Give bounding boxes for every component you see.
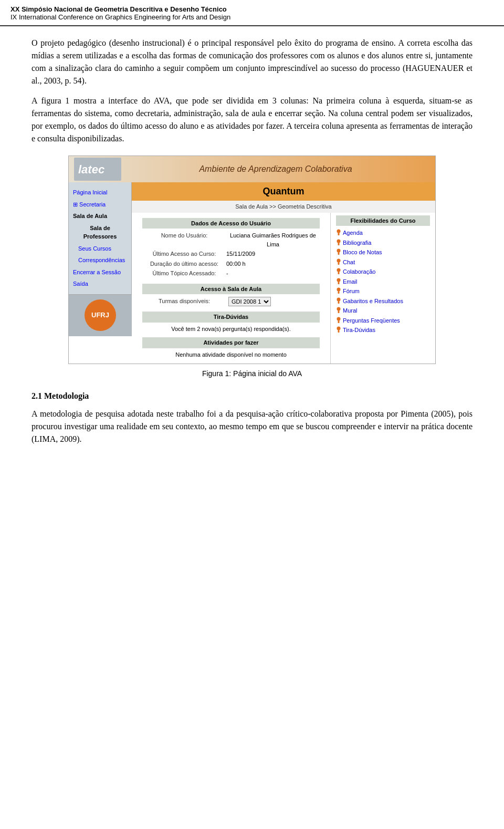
row-nome-value: Luciana Guimarães Rodrigues de Lima xyxy=(226,231,320,248)
section-atividades: Atividades por fazer Nenhuma atividade d… xyxy=(137,335,325,361)
main-content: O projeto pedagógico (desenho instrucion… xyxy=(0,26,504,463)
turmas-label: Turmas disponíveis: xyxy=(142,297,226,306)
ava-header: latec Ambiente de Aprendizagem Colaborat… xyxy=(69,156,435,182)
row-nome-label: Nome do Usuário: xyxy=(142,231,226,248)
section-dados-title: Dados de Acesso do Usuário xyxy=(142,218,320,229)
turmas-select-container: GDI 2008 1 xyxy=(228,297,271,306)
sidebar-item-sala-professores[interactable]: Sala de Professores xyxy=(69,222,131,243)
sidebar-item-sala-aula[interactable]: Sala de Aula xyxy=(69,210,131,222)
svg-rect-5 xyxy=(338,252,340,255)
svg-point-4 xyxy=(337,249,341,253)
svg-point-6 xyxy=(337,258,341,262)
section-2-1-heading: 2.1 Metodologia xyxy=(32,390,472,402)
svg-rect-7 xyxy=(338,262,340,265)
row-nome: Nome do Usuário: Luciana Guimarães Rodri… xyxy=(142,231,320,249)
ava-sidebar-container: Página Inicial ⊞ Secretaria Sala de Aula… xyxy=(69,182,132,364)
svg-rect-15 xyxy=(338,301,340,304)
svg-point-18 xyxy=(337,317,341,320)
atividades-title: Atividades por fazer xyxy=(142,337,320,348)
sidebar-item-secretaria[interactable]: ⊞ Secretaria xyxy=(69,199,131,211)
sidebar-item-seus-cursos[interactable]: Seus Cursos xyxy=(69,243,131,255)
conference-title-1: XX Simpósio Nacional de Geometria Descri… xyxy=(10,5,494,13)
turmas-select[interactable]: GDI 2008 1 xyxy=(228,297,271,306)
flexibilidades-title: Flexibilidades do Curso xyxy=(336,215,430,226)
svg-rect-19 xyxy=(338,320,340,323)
sidebar-item-saida[interactable]: Saída xyxy=(69,278,131,290)
ava-breadcrumb: Sala de Aula >> Geometria Descritiva xyxy=(132,201,435,213)
sidebar-item-encerrar[interactable]: Encerrar a Sessão xyxy=(69,266,131,278)
svg-rect-13 xyxy=(338,291,340,294)
key-icon-tira xyxy=(336,326,341,334)
svg-rect-21 xyxy=(338,330,340,333)
key-icon-chat xyxy=(336,258,341,266)
svg-rect-11 xyxy=(338,282,340,284)
ava-body: Página Inicial ⊞ Secretaria Sala de Aula… xyxy=(69,182,435,364)
section-dados-acesso: Dados de Acesso do Usuário Nome do Usuár… xyxy=(137,215,325,281)
paragraph-1: O projeto pedagógico (desenho instrucion… xyxy=(32,37,472,87)
svg-rect-1 xyxy=(338,233,340,235)
row-duracao-label: Duração do último acesso: xyxy=(142,260,226,268)
svg-point-12 xyxy=(337,288,341,292)
ava-ufrj-logo: UFRJ xyxy=(69,294,132,336)
svg-point-10 xyxy=(337,278,341,282)
key-icon-mural xyxy=(336,307,341,314)
ava-two-col: Dados de Acesso do Usuário Nome do Usuár… xyxy=(132,213,435,364)
row-duracao-value: 00:00 h xyxy=(226,260,246,268)
svg-rect-9 xyxy=(338,272,340,274)
flex-item-mural[interactable]: Mural xyxy=(336,306,430,316)
row-topico: Último Tópico Acessado: - xyxy=(142,268,320,278)
figure-caption: Figura 1: Página inicial do AVA xyxy=(32,368,472,379)
key-icon-colaboracao xyxy=(336,268,341,275)
key-icon-bibliografia xyxy=(336,239,341,246)
ava-right-col: Flexibilidades do Curso Agenda xyxy=(330,213,435,364)
flex-item-bloco-notas[interactable]: Bloco de Notas xyxy=(336,247,430,257)
key-icon-bloco xyxy=(336,248,341,256)
section-sala-aula: Acesso à Sala de Aula Turmas disponíveis… xyxy=(137,281,325,310)
row-ultimo-acesso-value: 15/11/2009 xyxy=(226,250,255,258)
flex-item-colaboracao[interactable]: Colaboração xyxy=(336,267,430,277)
quantum-bar: Quantum xyxy=(132,182,435,201)
ava-logo-text: latec xyxy=(74,161,104,178)
svg-point-2 xyxy=(337,239,341,243)
ava-logo: latec xyxy=(74,158,121,181)
row-topico-value: - xyxy=(226,269,228,278)
svg-rect-3 xyxy=(338,243,340,245)
key-icon-gabaritos xyxy=(336,297,341,305)
atividades-text: Nenhuma atividade disponível no momento xyxy=(142,350,320,359)
flex-item-agenda[interactable]: Agenda xyxy=(336,228,430,238)
row-topico-label: Último Tópico Acessado: xyxy=(142,269,226,278)
key-icon-perguntas xyxy=(336,317,341,324)
flex-item-email[interactable]: Email xyxy=(336,277,430,287)
flex-item-forum[interactable]: Fórum xyxy=(336,286,430,296)
svg-point-20 xyxy=(337,327,341,330)
paragraph-2: A figura 1 mostra a interface do AVA, qu… xyxy=(32,95,472,145)
section-sala-title: Acesso à Sala de Aula xyxy=(142,284,320,295)
flex-item-tira-duvidas[interactable]: Tira-Dúvidas xyxy=(336,325,430,335)
svg-point-14 xyxy=(337,297,341,301)
flex-item-bibliografia[interactable]: Bibliografia xyxy=(336,238,430,248)
svg-point-16 xyxy=(337,307,341,311)
paragraph-3: A metodologia de pesquisa adotada neste … xyxy=(32,408,472,445)
svg-point-0 xyxy=(337,230,341,233)
svg-rect-17 xyxy=(338,310,340,313)
row-turmas: Turmas disponíveis: GDI 2008 1 xyxy=(142,296,320,307)
conference-title-2: IX International Conference on Graphics … xyxy=(10,13,494,21)
sidebar-item-pagina-inicial[interactable]: Página Inicial xyxy=(69,186,131,199)
flex-item-chat[interactable]: Chat xyxy=(336,257,430,267)
flex-item-perguntas[interactable]: Perguntas Freqüentes xyxy=(336,316,430,326)
flex-item-gabaritos[interactable]: Gabaritos e Resultados xyxy=(336,296,430,306)
row-duracao: Duração do último acesso: 00:00 h xyxy=(142,259,320,269)
tira-duvidas-text: Você tem 2 nova(s) pergunta(s) respondid… xyxy=(142,325,320,334)
section-tira-duvidas: Tira-Dúvidas Você tem 2 nova(s) pergunta… xyxy=(137,309,325,335)
sidebar-item-correspondencias[interactable]: Correspondências xyxy=(69,254,131,266)
row-ultimo-acesso-label: Último Acesso ao Curso: xyxy=(142,250,226,258)
svg-point-8 xyxy=(337,268,341,272)
row-ultimo-acesso: Último Acesso ao Curso: 15/11/2009 xyxy=(142,249,320,259)
tira-duvidas-title: Tira-Dúvidas xyxy=(142,312,320,323)
key-icon-forum xyxy=(336,287,341,295)
figure-1: latec Ambiente de Aprendizagem Colaborat… xyxy=(32,156,472,379)
ava-sidebar: Página Inicial ⊞ Secretaria Sala de Aula… xyxy=(69,182,132,294)
key-icon-email xyxy=(336,278,341,285)
ava-screenshot: latec Ambiente de Aprendizagem Colaborat… xyxy=(68,156,436,364)
ava-header-title: Ambiente de Aprendizagem Colaborativa xyxy=(121,163,430,175)
